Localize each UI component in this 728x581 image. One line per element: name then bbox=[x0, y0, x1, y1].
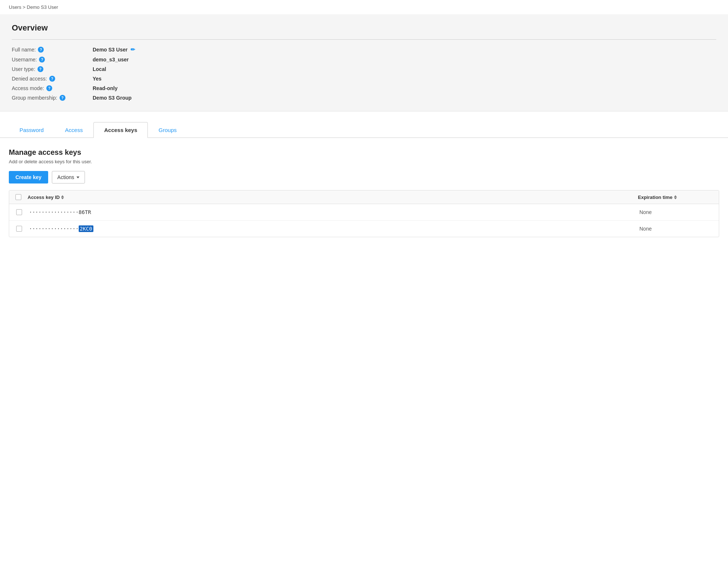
table-row: ················86TR None bbox=[9, 204, 719, 221]
key-prefix: ················ bbox=[29, 226, 79, 232]
overview-section: Overview Full name: ?Demo S3 User✏Userna… bbox=[0, 14, 728, 111]
overview-label-3: Denied access: ? bbox=[12, 76, 93, 82]
overview-field-label: Username: bbox=[12, 57, 37, 63]
overview-label-4: Access mode: ? bbox=[12, 85, 93, 91]
row-expiration: None bbox=[638, 209, 719, 215]
overview-field-label: Access mode: bbox=[12, 85, 44, 91]
help-icon[interactable]: ? bbox=[38, 47, 44, 53]
key-id-text: ················2KC0 bbox=[29, 226, 93, 232]
overview-title: Overview bbox=[12, 23, 716, 33]
row-key-id: ················2KC0 bbox=[28, 226, 638, 232]
chevron-down-icon bbox=[76, 177, 79, 178]
tabs-container: PasswordAccessAccess keysGroups bbox=[0, 122, 728, 138]
help-icon[interactable]: ? bbox=[60, 95, 65, 101]
row-checkbox-1[interactable] bbox=[16, 226, 22, 232]
edit-icon[interactable]: ✏ bbox=[131, 46, 135, 53]
main-content: Manage access keys Add or delete access … bbox=[0, 138, 728, 247]
row-checkbox-cell bbox=[9, 226, 28, 232]
overview-field-value: Demo S3 User bbox=[93, 47, 128, 53]
actions-button[interactable]: Actions bbox=[52, 171, 85, 183]
overview-field-value: Read-only bbox=[93, 85, 118, 91]
header-access-key-id-label: Access key ID bbox=[28, 195, 60, 200]
table-header: Access key ID Expiration time bbox=[9, 190, 719, 204]
help-icon[interactable]: ? bbox=[38, 66, 43, 72]
overview-label-2: User type: ? bbox=[12, 66, 93, 72]
overview-divider bbox=[12, 39, 716, 40]
overview-field-label: Denied access: bbox=[12, 76, 47, 82]
expiration-sort-icon[interactable] bbox=[674, 195, 677, 199]
overview-table: Full name: ?Demo S3 User✏Username: ?demo… bbox=[12, 46, 343, 101]
overview-value-0: Demo S3 User✏ bbox=[93, 46, 343, 53]
overview-field-value: Yes bbox=[93, 76, 101, 82]
tab-access[interactable]: Access bbox=[54, 122, 93, 138]
help-icon[interactable]: ? bbox=[49, 76, 55, 82]
overview-value-2: Local bbox=[93, 66, 343, 72]
header-checkbox-cell bbox=[9, 194, 28, 200]
overview-value-5: Demo S3 Group bbox=[93, 95, 343, 101]
overview-field-value: Local bbox=[93, 66, 106, 72]
overview-label-5: Group membership: ? bbox=[12, 95, 93, 101]
overview-value-1: demo_s3_user bbox=[93, 57, 343, 63]
overview-value-3: Yes bbox=[93, 76, 343, 82]
overview-value-4: Read-only bbox=[93, 85, 343, 91]
row-checkbox-0[interactable] bbox=[16, 209, 22, 215]
toolbar: Create key Actions bbox=[9, 171, 719, 183]
key-id-highlighted: 2KC0 bbox=[79, 225, 93, 232]
overview-field-value: Demo S3 Group bbox=[93, 95, 132, 101]
breadcrumb: Users > Demo S3 User bbox=[0, 0, 728, 14]
tab-access-keys[interactable]: Access keys bbox=[93, 122, 148, 138]
tab-groups[interactable]: Groups bbox=[148, 122, 187, 138]
header-access-key-id: Access key ID bbox=[28, 195, 638, 200]
section-description: Add or delete access keys for this user. bbox=[9, 159, 719, 164]
actions-label: Actions bbox=[57, 174, 74, 180]
section-title: Manage access keys bbox=[9, 148, 719, 157]
sort-down-icon bbox=[61, 197, 64, 199]
key-suffix: 86TR bbox=[79, 209, 91, 215]
row-key-id: ················86TR bbox=[28, 209, 638, 215]
sort-up-icon bbox=[674, 195, 677, 197]
expiration-value: None bbox=[639, 209, 652, 215]
tab-password[interactable]: Password bbox=[9, 122, 54, 138]
overview-field-label: Full name: bbox=[12, 47, 36, 53]
key-id-text: ················86TR bbox=[29, 209, 91, 215]
overview-label-0: Full name: ? bbox=[12, 46, 93, 53]
access-keys-table: Access key ID Expiration time ··········… bbox=[9, 190, 719, 237]
select-all-checkbox[interactable] bbox=[15, 194, 21, 200]
key-prefix: ················ bbox=[29, 209, 79, 215]
sort-down-icon bbox=[674, 197, 677, 199]
header-expiration-time: Expiration time bbox=[638, 195, 719, 200]
table-row: ················2KC0 None bbox=[9, 221, 719, 237]
create-key-button[interactable]: Create key bbox=[9, 171, 48, 183]
overview-label-1: Username: ? bbox=[12, 57, 93, 63]
row-checkbox-cell bbox=[9, 209, 28, 215]
overview-field-label: Group membership: bbox=[12, 95, 57, 101]
header-expiration-label: Expiration time bbox=[638, 195, 672, 200]
sort-up-icon bbox=[61, 195, 64, 197]
expiration-value: None bbox=[639, 226, 652, 232]
overview-field-value: demo_s3_user bbox=[93, 57, 129, 63]
help-icon[interactable]: ? bbox=[46, 85, 52, 91]
table-body: ················86TR None ··············… bbox=[9, 204, 719, 237]
breadcrumb-text: Users > Demo S3 User bbox=[9, 4, 58, 10]
access-key-id-sort-icon[interactable] bbox=[61, 195, 64, 199]
row-expiration: None bbox=[638, 226, 719, 232]
overview-field-label: User type: bbox=[12, 66, 35, 72]
help-icon[interactable]: ? bbox=[39, 57, 45, 63]
